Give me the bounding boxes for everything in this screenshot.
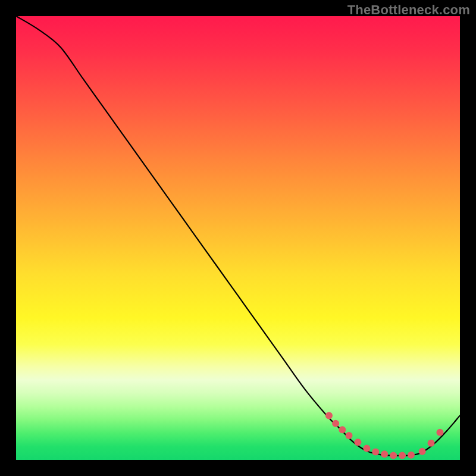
marker-dot [390,452,397,459]
marker-dot [419,448,426,455]
marker-dot [346,432,353,439]
marker-dots [325,412,444,459]
chart-stage: TheBottleneck.com [0,0,476,476]
marker-dot [363,445,370,452]
marker-dot [428,440,435,447]
marker-dot [399,452,406,459]
watermark-text: TheBottleneck.com [347,4,470,17]
marker-dot [354,439,361,446]
plot-area [16,16,460,460]
marker-dot [332,420,339,427]
marker-dot [339,426,346,433]
marker-dot [408,452,415,459]
marker-dot [381,450,388,458]
main-curve [16,16,460,456]
marker-dot [436,429,443,436]
curve-layer [16,16,460,460]
marker-dot [325,412,333,419]
marker-dot [372,449,379,456]
